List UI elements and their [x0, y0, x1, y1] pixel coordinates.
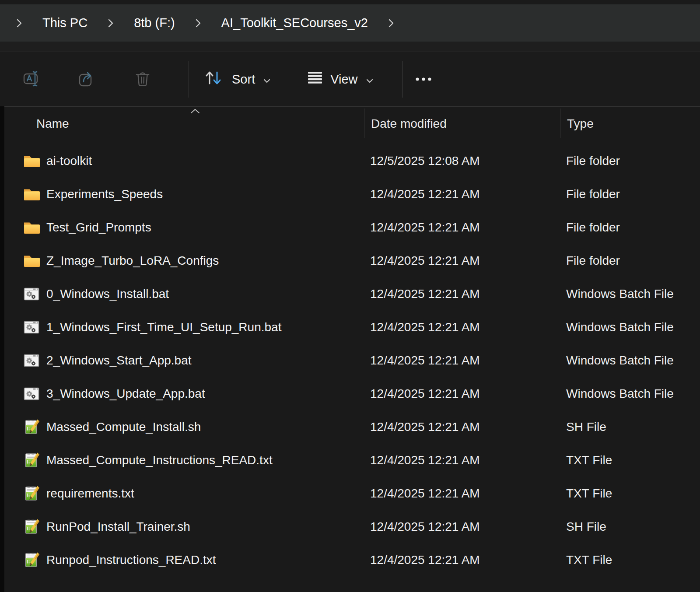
file-row-4[interactable]: Z_Image_Turbo_LoRA_Configs 12/4/2025 12:…	[4, 244, 700, 277]
rename-button[interactable]	[22, 70, 41, 89]
file-date-modified: 12/4/2025 12:21 AM	[370, 553, 480, 567]
file-row-2[interactable]: Experiments_Speeds 12/4/2025 12:21 AM Fi…	[4, 178, 700, 211]
column-headers: Name Date modified Type	[4, 107, 700, 141]
file-row-8[interactable]: 3_Windows_Update_App.bat 12/4/2025 12:21…	[4, 377, 700, 410]
notepad-icon	[23, 551, 40, 569]
file-row-10[interactable]: Massed_Compute_Instructions_READ.txt 12/…	[4, 444, 700, 477]
file-date-modified: 12/5/2025 12:08 AM	[370, 154, 480, 168]
file-row-6[interactable]: 1_Windows_First_Time_UI_Setup_Run.bat 12…	[4, 311, 700, 344]
view-button-label: View	[330, 72, 357, 87]
file-name: Z_Image_Turbo_LoRA_Configs	[46, 254, 219, 268]
more-options-button[interactable]	[415, 76, 432, 83]
breadcrumb-drive[interactable]: 8tb (F:)	[134, 16, 175, 30]
file-name: ai-toolkit	[46, 154, 92, 168]
file-date-modified: 12/4/2025 12:21 AM	[370, 221, 480, 235]
file-rows: ai-toolkit 12/5/2025 12:08 AM File folde…	[4, 141, 700, 577]
breadcrumb-this-pc[interactable]: This PC	[42, 16, 88, 30]
file-type: SH File	[566, 420, 606, 434]
file-name: 1_Windows_First_Time_UI_Setup_Run.bat	[46, 320, 281, 334]
more-icon	[415, 76, 432, 83]
column-separator[interactable]	[364, 109, 364, 138]
file-type: TXT File	[566, 453, 612, 467]
chevron-down-icon	[366, 72, 374, 87]
chevron-right-icon	[108, 18, 114, 28]
command-bar: Sort View	[0, 52, 700, 106]
file-name: requirements.txt	[46, 487, 134, 501]
file-date-modified: 12/4/2025 12:21 AM	[370, 287, 480, 301]
chevron-right-icon	[388, 18, 394, 28]
file-explorer-window: This PC 8tb (F:) AI_Toolkit_SECourses_v2	[0, 0, 700, 592]
file-date-modified: 12/4/2025 12:21 AM	[370, 487, 480, 501]
breadcrumb-current-folder[interactable]: AI_Toolkit_SECourses_v2	[221, 16, 368, 30]
file-row-11[interactable]: requirements.txt 12/4/2025 12:21 AM TXT …	[4, 477, 700, 510]
batch-icon	[23, 285, 40, 303]
chevron-right-icon	[16, 18, 22, 28]
file-type: File folder	[566, 187, 620, 201]
file-row-1[interactable]: ai-toolkit 12/5/2025 12:08 AM File folde…	[4, 144, 700, 178]
share-button[interactable]	[77, 70, 97, 89]
column-header-name[interactable]: Name	[36, 117, 69, 131]
breadcrumb: This PC 8tb (F:) AI_Toolkit_SECourses_v2	[0, 4, 700, 42]
file-row-9[interactable]: Massed_Compute_Install.sh 12/4/2025 12:2…	[4, 410, 700, 444]
notepad-icon	[23, 518, 40, 536]
file-row-7[interactable]: 2_Windows_Start_App.bat 12/4/2025 12:21 …	[4, 344, 700, 377]
file-type: TXT File	[566, 553, 612, 567]
folder-icon	[23, 219, 40, 236]
file-row-3[interactable]: Test_Grid_Prompts 12/4/2025 12:21 AM Fil…	[4, 211, 700, 244]
delete-button[interactable]	[133, 70, 152, 89]
file-name: RunPod_Install_Trainer.sh	[46, 520, 190, 534]
sort-ascending-indicator	[190, 108, 200, 116]
file-type: File folder	[566, 221, 620, 235]
file-name: Test_Grid_Prompts	[46, 221, 151, 235]
batch-icon	[23, 319, 40, 336]
file-row-13[interactable]: Runpod_Instructions_READ.txt 12/4/2025 1…	[4, 543, 700, 577]
file-date-modified: 12/4/2025 12:21 AM	[370, 420, 480, 434]
chevron-down-icon	[263, 72, 271, 87]
toolbar-gap	[0, 42, 700, 52]
view-button[interactable]: View	[308, 71, 373, 88]
file-date-modified: 12/4/2025 12:21 AM	[370, 520, 480, 534]
window-top-strip	[0, 0, 700, 4]
file-date-modified: 12/4/2025 12:21 AM	[370, 187, 480, 201]
file-date-modified: 12/4/2025 12:21 AM	[370, 320, 480, 334]
sort-button[interactable]: Sort	[203, 69, 271, 90]
batch-icon	[23, 352, 40, 369]
file-date-modified: 12/4/2025 12:21 AM	[370, 453, 480, 467]
file-type: Windows Batch File	[566, 287, 674, 301]
view-list-icon	[308, 71, 322, 88]
notepad-icon	[23, 452, 40, 469]
file-type: TXT File	[566, 487, 612, 501]
file-date-modified: 12/4/2025 12:21 AM	[370, 354, 480, 368]
file-name: Massed_Compute_Install.sh	[46, 420, 201, 434]
file-type: File folder	[566, 254, 620, 268]
batch-icon	[23, 385, 40, 403]
sort-icon	[203, 69, 224, 90]
file-name: 0_Windows_Install.bat	[46, 287, 169, 301]
file-row-12[interactable]: RunPod_Install_Trainer.sh 12/4/2025 12:2…	[4, 510, 700, 543]
file-type: File folder	[566, 154, 620, 168]
rename-icon	[22, 69, 41, 90]
notepad-icon	[23, 485, 40, 502]
file-date-modified: 12/4/2025 12:21 AM	[370, 387, 480, 401]
column-header-date-modified[interactable]: Date modified	[371, 117, 447, 131]
file-type: Windows Batch File	[566, 387, 674, 401]
folder-icon	[23, 152, 40, 170]
file-type: Windows Batch File	[566, 354, 674, 368]
trash-icon	[133, 69, 152, 90]
column-header-type[interactable]: Type	[567, 117, 594, 131]
file-row-5[interactable]: 0_Windows_Install.bat 12/4/2025 12:21 AM…	[4, 277, 700, 311]
folder-icon	[23, 252, 40, 270]
file-name: 3_Windows_Update_App.bat	[46, 387, 205, 401]
share-icon	[77, 69, 97, 90]
file-name: Experiments_Speeds	[46, 187, 163, 201]
notepad-icon	[23, 418, 40, 436]
folder-icon	[23, 186, 40, 203]
toolbar-divider	[189, 61, 189, 98]
column-separator[interactable]	[560, 109, 560, 138]
file-type: SH File	[566, 520, 606, 534]
file-list-pane: Name Date modified Type ai-toolkit 12/5/…	[4, 106, 700, 592]
toolbar-divider	[402, 61, 403, 98]
sort-button-label: Sort	[232, 72, 255, 87]
chevron-right-icon	[195, 18, 201, 28]
file-name: Massed_Compute_Instructions_READ.txt	[46, 453, 273, 467]
